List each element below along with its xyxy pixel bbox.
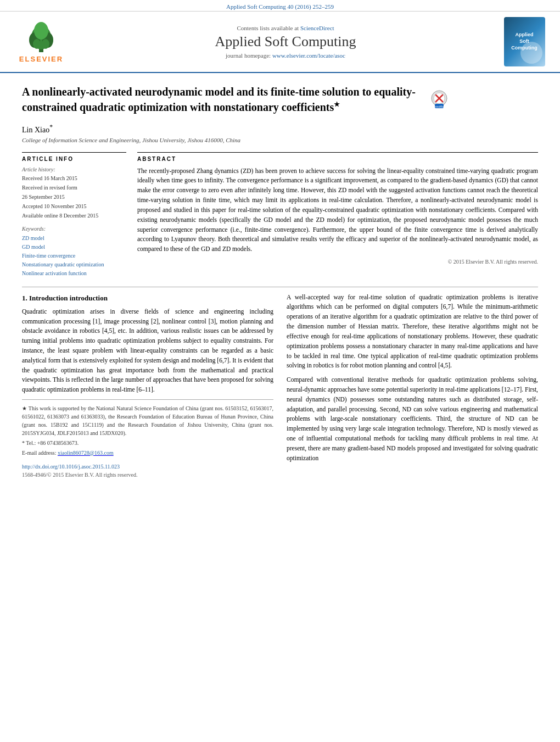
abstract-text: The recently-proposed Zhang dynamics (ZD…: [137, 166, 538, 254]
svg-point-6: [42, 39, 49, 49]
doi-link[interactable]: http://dx.doi.org/10.1016/j.asoc.2015.11…: [22, 464, 120, 470]
journal-logo-right: AppliedSoftComputing: [500, 17, 549, 66]
footnote-area: ★ This work is supported by the National…: [22, 399, 273, 479]
article-title: A nonlinearly-activated neurodynamic mod…: [22, 84, 417, 118]
svg-point-5: [33, 39, 41, 49]
footnote-tel: * Tel.: +86 07438563673.: [22, 439, 273, 447]
journal-homepage: journal homepage: www.elsevier.com/locat…: [77, 52, 494, 59]
article-title-row: A nonlinearly-activated neurodynamic mod…: [22, 84, 538, 118]
article-info-header: ARTICLE INFO: [22, 156, 126, 162]
journal-top-bar: Applied Soft Computing 40 (2016) 252–259: [0, 0, 560, 12]
crossmark-icon: CrossMark: [428, 88, 450, 110]
author-line: Lin Xiao*: [22, 124, 538, 135]
body-two-col: 1. Introduction introduction Quadratic o…: [22, 293, 538, 479]
title-star: ★: [334, 101, 340, 108]
article-history: Article history: Received 16 March 2015 …: [22, 166, 126, 220]
abstract-header: ABSTRACT: [137, 156, 538, 162]
journal-logo-box: AppliedSoftComputing: [504, 17, 545, 66]
keyword-2: GD model: [22, 243, 126, 252]
history-label: Article history:: [22, 166, 126, 172]
body-col2-p2: Compared with conventional iterative met…: [287, 375, 538, 463]
body-col-right: A well-accepted way for real-time soluti…: [287, 293, 538, 479]
body-col1-p1: Quadratic optimization arises in diverse…: [22, 307, 273, 395]
article-content: A nonlinearly-activated neurodynamic mod…: [0, 73, 560, 495]
keyword-3: Finite-time convergence: [22, 252, 126, 260]
col-article-info: ARTICLE INFO Article history: Received 1…: [22, 152, 126, 278]
elsevier-label: ELSEVIER: [19, 55, 63, 63]
copyright-line: © 2015 Elsevier B.V. All rights reserved…: [137, 259, 538, 265]
col-abstract: ABSTRACT The recently-proposed Zhang dyn…: [137, 152, 538, 278]
history-dates: Received 16 March 2015 Received in revis…: [22, 174, 126, 220]
keyword-1: ZD model: [22, 234, 126, 243]
keyword-5: Nonlinear activation function: [22, 269, 126, 278]
journal-logo-box-text: AppliedSoftComputing: [511, 32, 537, 51]
elsevier-logo: ELSEVIER: [11, 21, 71, 63]
journal-header: ELSEVIER Contents lists available at Sci…: [0, 12, 560, 73]
page-wrapper: Applied Soft Computing 40 (2016) 252–259…: [0, 0, 560, 495]
svg-text:CrossMark: CrossMark: [433, 105, 446, 108]
keywords-label: Keywords:: [22, 226, 126, 232]
body-col2-p1: A well-accepted way for real-time soluti…: [287, 293, 538, 371]
svg-point-4: [34, 22, 48, 40]
keywords-block: Keywords: ZD model GD model Finite-time …: [22, 226, 126, 278]
sciencedirect-link: Contents lists available at ScienceDirec…: [77, 25, 494, 31]
article-title-text: A nonlinearly-activated neurodynamic mod…: [22, 84, 417, 115]
journal-center: Contents lists available at ScienceDirec…: [77, 25, 494, 59]
email-link[interactable]: xiaolin860728@163.com: [58, 450, 114, 456]
doi-line: http://dx.doi.org/10.1016/j.asoc.2015.11…: [22, 462, 273, 471]
article-info-abstract: ARTICLE INFO Article history: Received 1…: [22, 152, 538, 278]
section-divider: [22, 287, 538, 287]
journal-reference: Applied Soft Computing 40 (2016) 252–259: [226, 3, 334, 10]
issn-line: 1568-4946/© 2015 Elsevier B.V. All right…: [22, 471, 273, 479]
section1-title: 1. Introduction introduction: [22, 293, 273, 304]
sciencedirect-anchor[interactable]: ScienceDirect: [300, 25, 334, 31]
elsevier-tree-icon: [19, 21, 63, 54]
footnote-email: E-mail address: xiaolin860728@163.com: [22, 449, 273, 457]
journal-title: Applied Soft Computing: [77, 34, 494, 50]
body-col-left: 1. Introduction introduction Quadratic o…: [22, 293, 273, 479]
footnote-star: ★ This work is supported by the National…: [22, 404, 273, 437]
affiliation: College of Information Science and Engin…: [22, 137, 538, 143]
journal-url[interactable]: www.elsevier.com/locate/asoc: [272, 52, 345, 59]
keyword-4: Nonstationary quadratic optimization: [22, 260, 126, 269]
crossmark-badge: CrossMark: [428, 88, 450, 110]
